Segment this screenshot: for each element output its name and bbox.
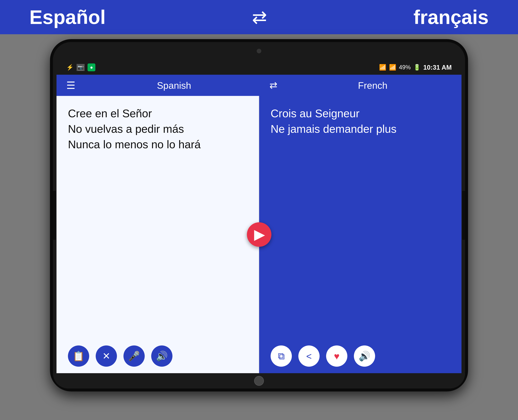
toolbar-swap-icon[interactable]: ⇄ [263, 80, 284, 91]
status-icons-left: ⚡ 📷 ● [66, 63, 95, 71]
camera-dot [257, 49, 261, 53]
clipboard-button[interactable]: 📋 [68, 345, 89, 367]
banner-target-lang: français [413, 6, 489, 28]
translation-area: Cree en el Señor No vuelvas a pedir más … [56, 96, 462, 373]
target-speaker-icon: 🔊 [359, 351, 370, 362]
notification-icon: ● [87, 63, 95, 71]
favorite-button[interactable]: ♥ [326, 345, 347, 367]
source-speaker-icon: 🔊 [156, 351, 168, 362]
clipboard-icon: 📋 [73, 351, 85, 362]
source-text[interactable]: Cree en el Señor No vuelvas a pedir más … [68, 106, 247, 341]
signal-icon: 📶 [389, 64, 396, 71]
battery-percentage: 49% [399, 64, 411, 71]
toolbar-target-lang[interactable]: French [284, 80, 462, 91]
source-actions: 📋 ✕ 🎤 🔊 [68, 341, 247, 367]
status-bar: ⚡ 📷 ● 📶 📶 49% 🔋 10:31 AM [56, 60, 462, 75]
share-icon: < [306, 351, 312, 362]
tablet-device: ⚡ 📷 ● 📶 📶 49% 🔋 10:31 AM ☰ Spanish ⇄ Fre… [50, 39, 468, 391]
battery-icon: 🔋 [413, 64, 421, 71]
share-button[interactable]: < [298, 345, 320, 367]
tablet-screen: ⚡ 📷 ● 📶 📶 49% 🔋 10:31 AM ☰ Spanish ⇄ Fre… [56, 60, 462, 373]
copy-icon: ⧉ [278, 351, 285, 362]
hamburger-menu-icon[interactable]: ☰ [56, 79, 85, 91]
target-text: Crois au Seigneur Ne jamais demander plu… [271, 106, 450, 341]
translate-fab-button[interactable]: ▶ [247, 222, 271, 247]
toolbar-source-lang[interactable]: Spanish [85, 80, 263, 91]
tablet-top-bar [53, 42, 465, 60]
clock: 10:31 AM [423, 64, 452, 71]
wifi-icon: 📶 [379, 64, 386, 71]
home-button[interactable] [254, 376, 264, 386]
status-icons-right: 📶 📶 49% 🔋 10:31 AM [379, 64, 452, 71]
top-banner: Español ⇄ français [0, 0, 518, 34]
translate-arrow-icon: ▶ [254, 227, 264, 242]
source-speaker-button[interactable]: 🔊 [151, 345, 172, 367]
clear-button[interactable]: ✕ [96, 345, 117, 367]
app-toolbar: ☰ Spanish ⇄ French [56, 75, 462, 96]
source-panel: Cree en el Señor No vuelvas a pedir más … [56, 96, 259, 373]
microphone-button[interactable]: 🎤 [124, 345, 145, 367]
microphone-icon: 🎤 [128, 351, 140, 362]
copy-button[interactable]: ⧉ [271, 345, 292, 367]
banner-source-lang: Español [29, 6, 106, 28]
target-panel: Crois au Seigneur Ne jamais demander plu… [259, 96, 462, 373]
clear-icon: ✕ [102, 351, 110, 362]
photo-icon: 📷 [77, 64, 85, 71]
target-actions: ⧉ < ♥ 🔊 [271, 341, 450, 367]
banner-swap-icon[interactable]: ⇄ [252, 7, 267, 28]
heart-icon: ♥ [334, 351, 340, 362]
tablet-bottom [53, 373, 465, 389]
target-speaker-button[interactable]: 🔊 [354, 345, 375, 367]
usb-icon: ⚡ [66, 64, 74, 71]
